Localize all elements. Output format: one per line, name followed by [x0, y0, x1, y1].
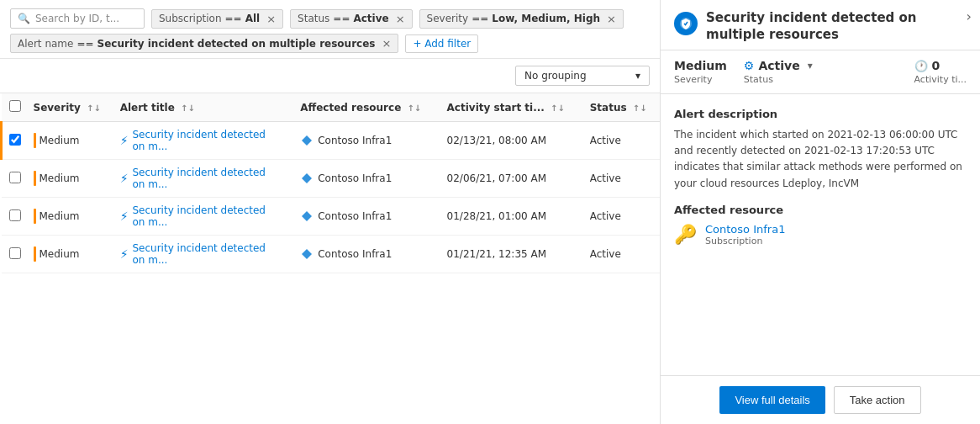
- resource-cell-icon: [300, 134, 313, 147]
- subscription-chip-close[interactable]: ×: [266, 13, 276, 25]
- row-checkbox[interactable]: [9, 209, 21, 221]
- meta-severity-label: Severity: [674, 74, 727, 85]
- status-chip-key: Status: [298, 13, 329, 24]
- incident-icon: ⚡: [120, 134, 129, 147]
- col-severity[interactable]: Severity ↑↓: [29, 93, 115, 122]
- row-alert-title-cell[interactable]: ⚡ Security incident detected on m...: [115, 236, 296, 273]
- resource-cell-icon: [300, 172, 313, 185]
- row-checkbox-cell[interactable]: [2, 122, 29, 160]
- grouping-bar: No grouping ▾: [0, 59, 660, 93]
- meta-activity-label: Activity ti...: [914, 74, 967, 85]
- activity-start-value: 01/21/21, 12:35 AM: [447, 248, 546, 260]
- diamond-icon: [301, 210, 313, 222]
- table-row[interactable]: Medium ⚡ Security incident detected on m…: [2, 160, 661, 198]
- take-action-button[interactable]: Take action: [834, 386, 921, 414]
- alerts-table-container: Severity ↑↓ Alert title ↑↓ Affected reso…: [0, 93, 660, 424]
- table-row[interactable]: Medium ⚡ Security incident detected on m…: [2, 198, 661, 236]
- col-activity-start[interactable]: Activity start ti... ↑↓: [442, 93, 585, 122]
- diamond-icon: [301, 135, 313, 146]
- meta-status-text: Active: [758, 59, 799, 72]
- row-alert-title-cell[interactable]: ⚡ Security incident detected on m...: [115, 160, 296, 198]
- grouping-dropdown[interactable]: No grouping ▾: [515, 66, 650, 86]
- view-full-details-button[interactable]: View full details: [719, 386, 825, 414]
- resource-link[interactable]: Contoso Infra1: [705, 223, 785, 236]
- status-value: Active: [590, 172, 621, 184]
- table-row[interactable]: Medium ⚡ Security incident detected on m…: [2, 122, 661, 160]
- resource-cell-content: Contoso Infra1: [300, 247, 409, 261]
- add-filter-button[interactable]: + Add filter: [405, 34, 478, 53]
- row-checkbox[interactable]: [9, 134, 21, 146]
- incident-icon: ⚡: [120, 172, 129, 185]
- alert-title-content[interactable]: ⚡ Security incident detected on m...: [120, 242, 271, 266]
- select-all-checkbox[interactable]: [9, 100, 21, 112]
- meta-activity-value: 🕐 0: [914, 59, 967, 72]
- row-severity-cell: Medium: [29, 122, 115, 160]
- col-status[interactable]: Status ↑↓: [585, 93, 660, 122]
- alert-title-sort-icon: ↑↓: [181, 103, 195, 113]
- row-checkbox-cell[interactable]: [2, 198, 29, 236]
- status-chip-close[interactable]: ×: [396, 13, 405, 25]
- row-alert-title-cell[interactable]: ⚡ Security incident detected on m...: [115, 122, 296, 160]
- incident-icon: ⚡: [120, 247, 129, 261]
- col-activity-start-label: Activity start ti...: [447, 102, 545, 114]
- svg-marker-1: [302, 173, 312, 183]
- severity-chip-val: Low, Medium, High: [492, 13, 600, 24]
- row-severity-cell: Medium: [29, 160, 115, 198]
- status-chevron-icon[interactable]: ▾: [808, 60, 813, 72]
- resource-name: Contoso Infra1: [318, 210, 392, 222]
- severity-value: Medium: [40, 210, 80, 222]
- resource-name: Contoso Infra1: [318, 172, 392, 184]
- row-activity-start-cell: 02/06/21, 07:00 AM: [442, 160, 585, 198]
- status-chip-val: Active: [353, 13, 388, 24]
- select-all-checkbox-col[interactable]: [2, 93, 29, 122]
- panel-body: Alert description The incident which sta…: [661, 94, 980, 375]
- affected-resource-sort-icon: ↑↓: [407, 103, 421, 113]
- resource-name: Contoso Infra1: [318, 135, 392, 146]
- alertname-chip-close[interactable]: ×: [382, 37, 391, 50]
- resource-type: Subscription: [705, 236, 785, 246]
- row-checkbox-cell[interactable]: [2, 236, 29, 273]
- row-alert-title-cell[interactable]: ⚡ Security incident detected on m...: [115, 198, 296, 236]
- resource-cell-content: Contoso Infra1: [300, 134, 409, 147]
- chevron-down-icon: ▾: [635, 70, 640, 82]
- affected-resource-title: Affected resource: [674, 204, 967, 216]
- detail-panel: › Security incident detected on multiple…: [661, 0, 980, 424]
- severity-sort-icon: ↑↓: [87, 103, 101, 113]
- security-icon: [679, 17, 693, 30]
- subscription-filter-chip[interactable]: Subscription == All ×: [151, 9, 283, 29]
- alert-title-content[interactable]: ⚡ Security incident detected on m...: [120, 129, 271, 152]
- meta-severity-value: Medium: [674, 59, 727, 72]
- alerts-table: Severity ↑↓ Alert title ↑↓ Affected reso…: [0, 93, 660, 273]
- grouping-label: No grouping: [524, 70, 587, 82]
- severity-filter-chip[interactable]: Severity == Low, Medium, High ×: [419, 9, 624, 29]
- alert-title-text: Security incident detected on m...: [132, 167, 271, 190]
- severity-value: Medium: [40, 248, 80, 260]
- table-row[interactable]: Medium ⚡ Security incident detected on m…: [2, 236, 661, 273]
- resource-cell-content: Contoso Infra1: [300, 172, 409, 185]
- row-activity-start-cell: 01/21/21, 12:35 AM: [442, 236, 585, 273]
- alert-title-text: Security incident detected on m...: [132, 204, 271, 228]
- row-checkbox[interactable]: [9, 172, 21, 183]
- alert-title-content[interactable]: ⚡ Security incident detected on m...: [120, 167, 271, 190]
- status-filter-chip[interactable]: Status == Active ×: [290, 9, 412, 29]
- alertname-chip-key: Alert name: [18, 38, 73, 50]
- severity-chip-close[interactable]: ×: [607, 13, 616, 25]
- col-affected-resource[interactable]: Affected resource ↑↓: [295, 93, 441, 122]
- panel-title-text: Security incident detected on multiple r…: [706, 10, 967, 43]
- status-sort-icon: ↑↓: [633, 103, 647, 113]
- status-spinning-icon: ⚙: [744, 59, 755, 72]
- alertname-filter-chip[interactable]: Alert name == Security incident detected…: [10, 34, 398, 53]
- alert-title-text: Security incident detected on m...: [132, 129, 271, 152]
- row-checkbox-cell[interactable]: [2, 160, 29, 198]
- search-box[interactable]: 🔍 Search by ID, t...: [10, 8, 145, 29]
- add-filter-label: + Add filter: [413, 38, 471, 50]
- alert-title-content[interactable]: ⚡ Security incident detected on m...: [120, 204, 271, 228]
- alert-title-text: Security incident detected on m...: [132, 242, 271, 266]
- row-checkbox[interactable]: [9, 247, 21, 259]
- svg-marker-2: [302, 211, 312, 221]
- col-affected-resource-label: Affected resource: [300, 102, 401, 114]
- meta-status[interactable]: ⚙ Active ▾ Status: [744, 59, 813, 85]
- col-alert-title[interactable]: Alert title ↑↓: [115, 93, 296, 122]
- row-resource-cell: Contoso Infra1: [295, 198, 441, 236]
- panel-close-button[interactable]: ›: [967, 8, 972, 24]
